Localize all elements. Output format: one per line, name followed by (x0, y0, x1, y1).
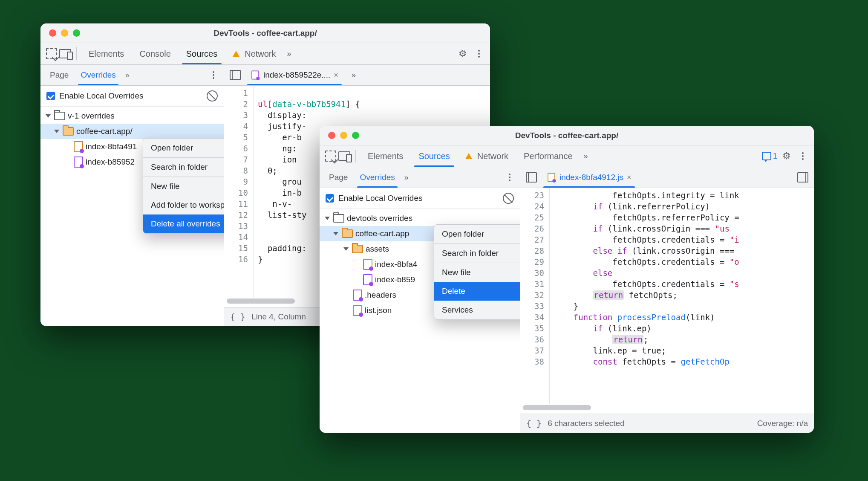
context-menu: Open folder Search in folder New file De… (434, 224, 520, 320)
menu-open-folder[interactable]: Open folder (434, 225, 520, 243)
menu-search-in-folder[interactable]: Search in folder (434, 244, 520, 263)
tree-label: index-8bfa491 (86, 142, 137, 151)
close-tab-button[interactable]: × (627, 173, 632, 182)
more-tabs-button[interactable]: » (580, 145, 591, 167)
menu-new-file[interactable]: New file (143, 177, 224, 196)
warning-icon (465, 153, 472, 159)
more-file-tabs[interactable]: » (347, 68, 360, 82)
more-menu-button[interactable] (472, 47, 486, 61)
file-icon (353, 305, 362, 316)
close-window-button[interactable] (328, 132, 335, 139)
sidebar-tab-page[interactable]: Page (44, 65, 75, 85)
minimize-window-button[interactable] (61, 29, 68, 37)
minimize-window-button[interactable] (340, 132, 347, 139)
file-tab-label: index-8bfa4912.js (559, 173, 623, 182)
tab-performance[interactable]: Performance (516, 145, 580, 167)
tab-elements[interactable]: Elements (360, 145, 411, 167)
menu-delete[interactable]: Delete (434, 282, 520, 301)
file-tree: v-1 overrides coffee-cart.app/ index-8bf… (40, 107, 224, 326)
inspect-element-button[interactable] (324, 149, 337, 163)
tab-console[interactable]: Console (132, 43, 178, 64)
menu-add-folder[interactable]: Add folder to workspace (143, 196, 224, 214)
folder-icon (342, 229, 353, 238)
folder-icon (333, 214, 344, 223)
file-icon (251, 71, 259, 80)
inspect-element-button[interactable] (45, 47, 58, 61)
editor-tab[interactable]: index-8bfa4912.js × (540, 167, 638, 188)
menu-services[interactable]: Services› (434, 301, 520, 319)
tab-label: Network (477, 151, 508, 161)
menu-label: Add folder to workspace (151, 200, 224, 210)
settings-button[interactable] (780, 149, 793, 163)
menu-label: Search in folder (151, 162, 208, 172)
enable-overrides-label: Enable Local Overrides (59, 91, 144, 101)
toggle-right-panel-button[interactable] (796, 171, 810, 184)
tab-elements[interactable]: Elements (81, 43, 132, 64)
menu-search-in-folder[interactable]: Search in folder (143, 158, 224, 177)
tree-site[interactable]: coffee-cart.app/ (40, 124, 224, 139)
menu-label: Delete all overrides (151, 219, 220, 229)
tree-root[interactable]: v-1 overrides (40, 108, 224, 124)
close-tab-button[interactable]: × (334, 71, 338, 80)
issues-button[interactable]: 1 (762, 152, 777, 161)
enable-overrides-row: Enable Local Overrides (40, 86, 224, 107)
more-menu-button[interactable] (796, 149, 810, 163)
tree-label: assets (366, 244, 389, 254)
sidebar-more-menu[interactable] (207, 68, 220, 82)
sidebar-more-tabs[interactable]: » (122, 65, 133, 85)
device-toolbar-button[interactable] (58, 47, 72, 61)
file-tab-label: index-b859522e.... (263, 70, 330, 80)
sidebar-more-menu[interactable] (503, 171, 516, 184)
tab-network[interactable]: Network (458, 145, 516, 167)
settings-button[interactable] (456, 47, 470, 61)
file-icon (363, 274, 372, 285)
sidebar-tab-overrides[interactable]: Overrides (354, 167, 401, 188)
enable-overrides-checkbox[interactable] (326, 194, 334, 203)
file-tree: devtools overrides coffee-cart.app asset… (320, 209, 520, 433)
zoom-window-button[interactable] (352, 132, 359, 139)
status-bar: { } 6 characters selected Coverage: n/a (520, 414, 814, 433)
tab-sources[interactable]: Sources (179, 43, 225, 64)
toggle-nav-panel-button[interactable] (228, 68, 242, 82)
clear-overrides-icon[interactable] (503, 193, 514, 204)
issues-count: 1 (773, 152, 777, 161)
menu-open-folder[interactable]: Open folder (143, 139, 224, 157)
pretty-print-button[interactable]: { } (526, 418, 542, 429)
tab-sources[interactable]: Sources (411, 145, 457, 167)
menu-label: Open folder (442, 229, 484, 239)
folder-icon (54, 112, 65, 120)
title-bar: DevTools - coffee-cart.app/ (40, 23, 490, 43)
tree-label: index-b859 (375, 275, 415, 284)
editor-tab[interactable]: index-b859522e.... × (244, 65, 345, 85)
editor-tab-strip: index-8bfa4912.js × (520, 167, 814, 188)
menu-delete-all-overrides[interactable]: Delete all overrides (143, 214, 224, 233)
file-icon (353, 290, 362, 301)
sidebar-tab-strip: Page Overrides » (40, 65, 224, 86)
horizontal-scrollbar[interactable] (520, 404, 814, 414)
device-toolbar-button[interactable] (337, 149, 351, 163)
toggle-left-panel-button[interactable] (525, 171, 538, 184)
tab-label: Overrides (360, 173, 395, 182)
context-menu: Open folder Search in folder New file Ad… (143, 138, 224, 234)
zoom-window-button[interactable] (73, 29, 80, 37)
sidebar-tab-page[interactable]: Page (323, 167, 354, 188)
clear-overrides-icon[interactable] (207, 90, 218, 101)
tree-label: .headers (365, 290, 396, 300)
sidebar-tab-overrides[interactable]: Overrides (75, 65, 121, 85)
window-title: DevTools - coffee-cart.app/ (40, 29, 490, 38)
sidebar-more-tabs[interactable]: » (401, 167, 412, 188)
tab-label: Page (329, 173, 348, 182)
close-window-button[interactable] (49, 29, 56, 37)
menu-new-file[interactable]: New file (434, 263, 520, 282)
line-gutter: 12345678910111213141516 (224, 86, 254, 298)
code-editor[interactable]: 23242526272829303132333435363738 fetchOp… (520, 188, 814, 404)
menu-label: Delete (442, 287, 465, 296)
tab-network[interactable]: Network (225, 43, 283, 64)
tree-root[interactable]: devtools overrides (320, 211, 520, 226)
enable-overrides-checkbox[interactable] (46, 92, 55, 100)
more-tabs-button[interactable]: » (284, 43, 295, 64)
editor-tab-strip: index-b859522e.... × » (224, 65, 490, 86)
file-icon (74, 141, 83, 152)
pretty-print-button[interactable]: { } (230, 312, 245, 322)
tab-label: Console (139, 49, 170, 59)
